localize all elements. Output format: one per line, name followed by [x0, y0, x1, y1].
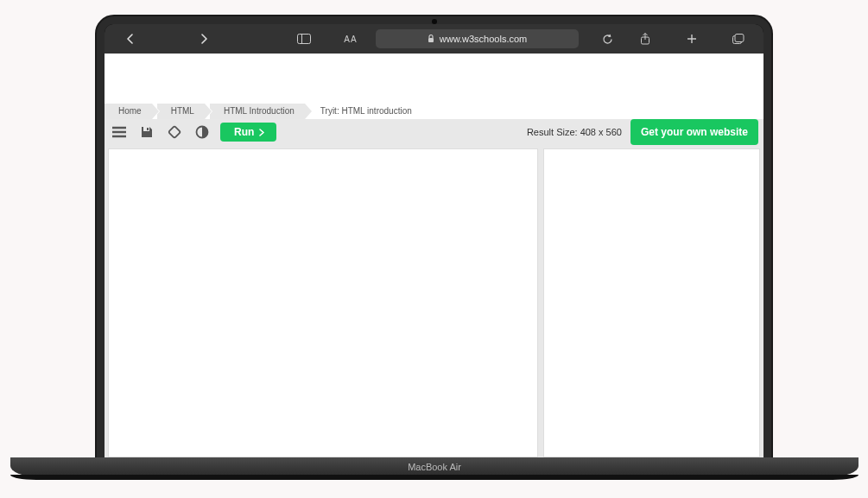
breadcrumb-html-intro[interactable]: HTML Introduction — [210, 104, 305, 119]
reload-button[interactable] — [594, 29, 620, 48]
sidebar-icon[interactable] — [291, 29, 317, 48]
safari-toolbar: AA www.w3schools.com — [105, 24, 763, 54]
header-whitespace — [105, 54, 763, 104]
theme-icon[interactable] — [193, 123, 212, 142]
breadcrumb-current: Tryit: HTML introduction — [310, 104, 422, 119]
tabs-overview-icon[interactable] — [725, 29, 751, 48]
code-editor-pane[interactable] — [108, 148, 538, 457]
save-icon[interactable] — [137, 123, 156, 142]
menu-icon[interactable] — [110, 123, 129, 142]
run-button[interactable]: Run — [220, 123, 276, 142]
svg-rect-13 — [147, 128, 149, 130]
reader-mode-button[interactable]: AA — [338, 29, 364, 48]
result-size-label: Result Size: 408 x 560 — [527, 127, 622, 137]
editor-toolbar: Run Result Size: 408 x 560 Get your own … — [105, 119, 763, 145]
breadcrumb-label: HTML — [171, 106, 194, 116]
result-preview-pane — [543, 148, 760, 457]
svg-rect-0 — [298, 35, 311, 44]
laptop-screen: AA www.w3schools.com — [105, 24, 763, 457]
laptop-base: MacBook Air — [10, 457, 858, 476]
camera-notch — [432, 19, 437, 24]
breadcrumb-home[interactable]: Home — [105, 104, 152, 119]
new-tab-icon[interactable] — [679, 29, 705, 48]
laptop-model-label: MacBook Air — [408, 462, 461, 472]
breadcrumb-label: HTML Introduction — [224, 106, 295, 116]
laptop-frame: AA www.w3schools.com — [95, 15, 773, 459]
orientation-icon[interactable] — [165, 123, 184, 142]
page-content: Home HTML HTML Introduction Tryit: HTML … — [105, 54, 763, 457]
run-label: Run — [234, 126, 254, 138]
breadcrumb: Home HTML HTML Introduction Tryit: HTML … — [105, 104, 763, 119]
breadcrumb-html[interactable]: HTML — [157, 104, 205, 119]
svg-rect-14 — [168, 126, 181, 138]
svg-rect-2 — [428, 38, 434, 42]
back-button[interactable] — [117, 29, 143, 48]
lock-icon — [428, 35, 434, 43]
share-icon[interactable] — [632, 29, 658, 48]
get-website-button[interactable]: Get your own website — [630, 119, 758, 145]
laptop-base-edge — [10, 475, 858, 480]
forward-button[interactable] — [191, 29, 217, 48]
url-host: www.w3schools.com — [440, 34, 527, 44]
editor-panes — [105, 145, 763, 457]
get-website-label: Get your own website — [641, 126, 748, 138]
svg-rect-8 — [735, 35, 744, 42]
breadcrumb-label: Home — [118, 106, 142, 116]
chevron-right-icon — [259, 129, 264, 136]
url-bar[interactable]: www.w3schools.com — [376, 29, 579, 48]
